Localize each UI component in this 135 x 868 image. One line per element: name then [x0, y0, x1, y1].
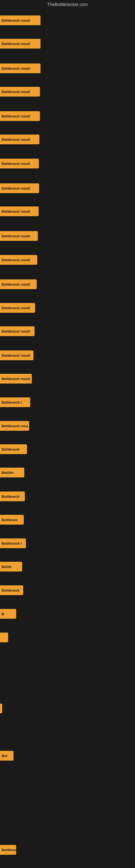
- bottleneck-result-label: Bottlen: [2, 471, 14, 475]
- bottleneck-result-bar: Bottleneck result: [0, 326, 35, 336]
- bottleneck-result-bar: Bottleneck r: [0, 538, 26, 548]
- bottleneck-result-bar: [0, 704, 2, 713]
- bottleneck-result-bar: Bottleneck result: [0, 134, 39, 144]
- bottleneck-result-bar: Bottleneck result: [0, 159, 39, 168]
- bottleneck-result-label: Bottleneck result: [2, 114, 30, 118]
- bottleneck-result-label: Bottleneck result: [2, 329, 30, 333]
- bottleneck-result-bar: Bottleneck result: [0, 350, 34, 360]
- bottleneck-result-bar: Bottle: [0, 562, 22, 571]
- bottleneck-result-label: Bottleneck resu: [2, 424, 28, 428]
- bottleneck-result-bar: Bottleneck result: [0, 255, 37, 265]
- bottleneck-result-bar: Bot: [0, 751, 13, 761]
- bottleneck-result-bar: Bottleneck result: [0, 231, 38, 241]
- bottleneck-result-label: Bottleneck result: [2, 377, 30, 381]
- bottleneck-result-label: Bottleneck result: [2, 66, 30, 70]
- bottleneck-result-bar: Bottleneck result: [0, 63, 41, 73]
- bottleneck-result-bar: Bottlen: [0, 468, 24, 477]
- bottleneck-result-label: Bottleneck result: [2, 282, 30, 286]
- bottleneck-result-bar: [0, 632, 8, 642]
- bottleneck-result-label: Bottleneck r: [2, 400, 22, 404]
- bottleneck-result-label: Bottleneck re: [2, 848, 16, 852]
- bottleneck-result-bar: Bottleneck r: [0, 397, 30, 407]
- bottleneck-result-label: Bottleneck: [2, 588, 19, 592]
- bottleneck-result-label: Bottleneck result: [2, 90, 30, 94]
- bottleneck-result-label: Bottleneck result: [2, 162, 30, 166]
- bottleneck-result-label: Bottleneck result: [2, 306, 30, 310]
- bottleneck-result-bar: Bottleneck result: [0, 87, 40, 97]
- bottleneck-result-bar: Bottleneck re: [0, 845, 16, 855]
- bottleneck-result-label: Bottle: [2, 565, 12, 569]
- bottleneck-result-label: Bottleneck: [2, 447, 19, 452]
- bottleneck-result-label: Bottleneck: [2, 495, 19, 499]
- bottleneck-result-label: B: [2, 612, 4, 616]
- bottleneck-result-bar: Bottleneck result: [0, 16, 41, 25]
- bottleneck-result-bar: Bottleneck: [0, 585, 23, 595]
- bottleneck-result-bar: Bottleneck: [0, 492, 25, 501]
- bottleneck-result-bar: Bottlenec: [0, 515, 24, 525]
- bottleneck-result-label: Bottleneck result: [2, 137, 30, 142]
- bottleneck-result-label: Bottlenec: [2, 518, 17, 522]
- bottleneck-result-label: Bottleneck result: [2, 209, 30, 214]
- bottleneck-result-label: Bottleneck r: [2, 541, 22, 546]
- bottleneck-result-bar: B: [0, 609, 16, 619]
- bottleneck-result-bar: Bottleneck result: [0, 374, 32, 383]
- bottleneck-result-label: Bottleneck result: [2, 42, 30, 46]
- bottleneck-result-bar: Bottleneck result: [0, 39, 41, 49]
- bottleneck-result-bar: Bottleneck result: [0, 183, 39, 193]
- bottleneck-result-label: Bottleneck result: [2, 258, 30, 262]
- bottleneck-result-label: Bottleneck result: [2, 353, 30, 358]
- bottleneck-result-label: Bot: [2, 754, 8, 758]
- bottleneck-result-bar: Bottleneck: [0, 444, 27, 454]
- bottleneck-result-label: Bottleneck result: [2, 186, 30, 190]
- bars-container: Bottleneck resultBottleneck resultBottle…: [0, 0, 135, 868]
- bottleneck-result-label: Bottleneck result: [2, 19, 30, 23]
- bottleneck-result-bar: Bottleneck result: [0, 111, 40, 121]
- bottleneck-result-bar: Bottleneck result: [0, 279, 37, 289]
- bottleneck-result-label: Bottleneck result: [2, 234, 30, 238]
- bottleneck-result-bar: Bottleneck result: [0, 207, 39, 216]
- bottleneck-result-bar: Bottleneck result: [0, 303, 35, 313]
- bottleneck-result-bar: Bottleneck resu: [0, 421, 29, 431]
